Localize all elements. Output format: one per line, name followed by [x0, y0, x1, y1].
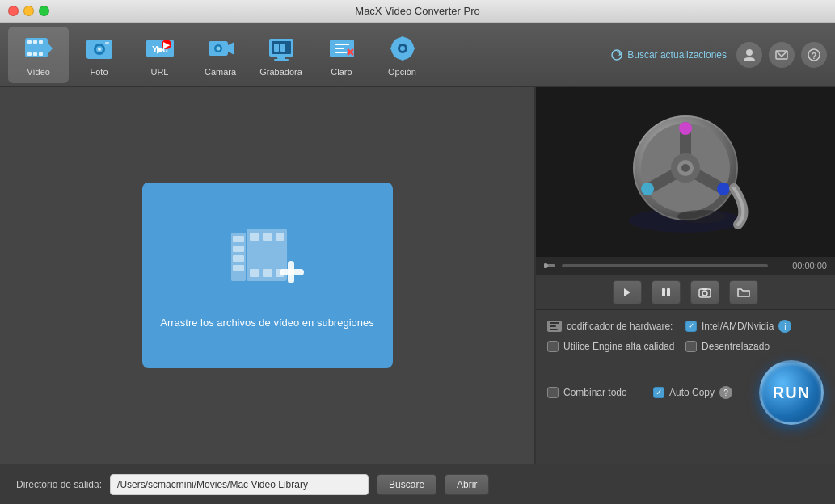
bottom-bar: Directorio de salida: /Users/scmacmini/M… [0, 464, 835, 504]
email-icon[interactable] [769, 42, 795, 68]
main-toolbar: Vídeo Foto You ▶ [0, 23, 835, 87]
run-button[interactable]: RUN [759, 360, 824, 425]
preview-area [536, 87, 835, 257]
svg-rect-79 [667, 288, 670, 296]
options-panel: codificador de hardware: Intel/AMD/Nvidi… [536, 310, 835, 464]
folder-button[interactable] [729, 280, 758, 304]
svg-marker-1 [48, 43, 53, 54]
toolbar-item-opcion[interactable]: Opción [372, 27, 432, 83]
svg-point-11 [98, 48, 101, 51]
svg-rect-82 [702, 288, 707, 290]
progress-bar-row: 00:00:00 [536, 257, 835, 275]
camara-icon [205, 33, 236, 64]
drop-zone-text: Arrastre los archivos de vídeo en subreg… [160, 317, 373, 329]
close-button[interactable] [8, 6, 19, 16]
toolbar-item-grabadora[interactable]: Grabadora [251, 27, 311, 83]
foto-icon [84, 33, 115, 64]
quality-deinterlace-row: Utilice Engine alta calidad Desentrelaza… [547, 341, 824, 352]
svg-rect-7 [39, 52, 43, 56]
svg-rect-2 [27, 40, 32, 44]
svg-rect-48 [233, 236, 244, 242]
video-icon [23, 33, 54, 64]
play-button[interactable] [613, 280, 642, 304]
output-dir-label: Directorio de salida: [16, 479, 102, 490]
svg-rect-38 [401, 56, 404, 61]
auto-copy-option: Auto Copy ? [653, 386, 759, 399]
toolbar-label-claro: Claro [331, 67, 352, 77]
high-quality-checkbox[interactable] [547, 341, 559, 352]
svg-rect-6 [33, 52, 37, 56]
pause-button[interactable] [652, 280, 681, 304]
time-display: 00:00:00 [774, 261, 827, 271]
svg-text:▶: ▶ [163, 40, 171, 49]
svg-rect-60 [288, 261, 294, 284]
toolbar-label-grabadora: Grabadora [259, 67, 302, 77]
high-quality-option: Utilice Engine alta calidad [547, 341, 685, 352]
hw-icon [547, 321, 562, 332]
title-bar: MacX Video Converter Pro [0, 0, 835, 23]
toolbar-actions: ? [736, 42, 827, 68]
deinterlace-option: Desentrelazado [685, 341, 824, 352]
url-icon: You ▶ ▶ [145, 33, 175, 64]
svg-point-74 [677, 210, 726, 223]
toolbar-item-foto[interactable]: Foto [69, 27, 129, 83]
svg-point-69 [681, 164, 690, 172]
toolbar-label-url: URL [150, 67, 168, 77]
svg-point-72 [641, 183, 654, 195]
progress-track[interactable] [562, 264, 768, 267]
output-path-display[interactable]: /Users/scmacmini/Movies/Mac Video Librar… [110, 474, 369, 495]
progress-handle-icon [544, 262, 555, 270]
combine-all-checkbox[interactable] [547, 387, 559, 398]
svg-rect-5 [27, 52, 32, 56]
window-controls[interactable] [8, 6, 49, 16]
svg-rect-3 [33, 40, 37, 44]
question-icon[interactable]: ? [719, 386, 732, 399]
run-area: RUN [759, 360, 824, 425]
grabadora-icon [266, 33, 297, 64]
open-button[interactable]: Abrir [445, 474, 489, 495]
right-panel: 00:00:00 [536, 87, 835, 464]
svg-rect-37 [401, 36, 404, 41]
browse-button[interactable]: Buscare [377, 474, 436, 495]
toolbar-item-camara[interactable]: Cámara [190, 27, 251, 83]
svg-rect-40 [410, 47, 415, 50]
help-icon[interactable]: ? [801, 42, 827, 68]
main-content: Arrastre los archivos de vídeo en subreg… [0, 87, 835, 464]
svg-rect-27 [274, 59, 289, 61]
toolbar-item-claro[interactable]: Claro [311, 27, 372, 83]
minimize-button[interactable] [23, 6, 34, 16]
maximize-button[interactable] [39, 6, 49, 16]
deinterlace-checkbox[interactable] [685, 341, 697, 352]
svg-rect-12 [105, 42, 109, 44]
info-icon[interactable]: i [778, 320, 791, 333]
svg-point-81 [702, 291, 707, 296]
toolbar-label-camara: Cámara [205, 67, 236, 77]
auto-copy-checkbox[interactable] [653, 387, 664, 398]
svg-point-43 [746, 49, 753, 56]
toolbar-label-foto: Foto [90, 67, 108, 77]
drop-zone-icon [227, 223, 308, 304]
hw-encoder-checkbox[interactable] [685, 321, 697, 332]
user-icon[interactable] [736, 42, 762, 68]
opcion-icon [387, 33, 418, 64]
app-title: MacX Video Converter Pro [355, 5, 479, 17]
hw-encoder-value: Intel/AMD/Nvidia [702, 321, 774, 332]
controls-row [536, 275, 835, 310]
svg-rect-57 [263, 269, 272, 277]
hw-encoder-row: codificador de hardware: Intel/AMD/Nvidi… [547, 320, 824, 333]
svg-rect-26 [277, 57, 285, 59]
screenshot-button[interactable] [690, 280, 719, 304]
update-link[interactable]: Buscar actualizaciones [610, 48, 727, 61]
toolbar-item-video[interactable]: Vídeo [8, 27, 69, 83]
run-label: RUN [773, 384, 810, 402]
svg-rect-56 [250, 269, 259, 277]
combine-autocopy-row: Combinar todo Auto Copy ? RUN [547, 360, 824, 425]
svg-point-36 [400, 46, 405, 51]
auto-copy-label: Auto Copy [669, 387, 715, 398]
toolbar-item-url[interactable]: You ▶ ▶ URL [129, 27, 190, 83]
drop-zone[interactable]: Arrastre los archivos de vídeo en subreg… [142, 183, 393, 368]
svg-marker-19 [228, 42, 234, 55]
svg-rect-39 [390, 47, 395, 50]
combine-all-label: Combinar todo [563, 387, 627, 398]
film-reel [621, 107, 750, 237]
